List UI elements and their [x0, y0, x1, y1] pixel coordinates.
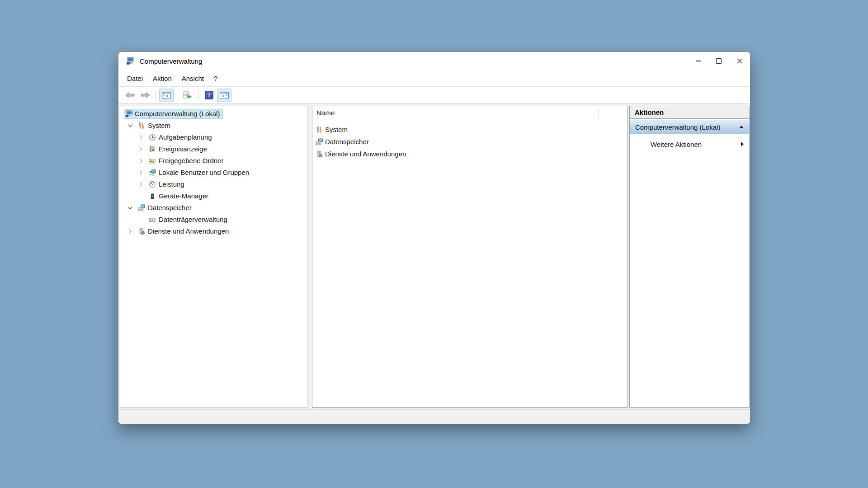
tree-item-label: Leistung — [159, 180, 186, 189]
more-actions-item[interactable]: Weitere Aktionen — [630, 138, 749, 150]
tree-item-dienste-und-anwendungen[interactable]: Dienste und Anwendungen — [120, 225, 307, 237]
maximize-icon — [716, 58, 722, 64]
tree-selection: Computerverwaltung (Lokal) — [124, 109, 223, 119]
toolbar-separator — [198, 90, 198, 100]
tree-item-datenspeicher[interactable]: Datenspeicher — [120, 202, 307, 214]
tree-item-label: Freigegebene Ordner — [159, 156, 225, 165]
menu-datei[interactable]: Datei — [122, 70, 148, 86]
collapse-icon[interactable] — [739, 126, 744, 128]
tree-item-label: Ereignisanzeige — [159, 145, 209, 154]
menu-bar: Datei Aktion Ansicht ? — [118, 70, 750, 87]
tree-item-leistung[interactable]: Leistung — [120, 178, 307, 190]
tools-icon — [315, 126, 323, 133]
tree-item-label: Lokale Benutzer und Gruppen — [159, 168, 251, 177]
show-action-pane-icon — [220, 92, 229, 99]
computer-icon — [125, 110, 133, 117]
chevron-collapsed-icon[interactable] — [127, 228, 137, 235]
column-divider[interactable] — [598, 107, 599, 119]
help-icon: ? — [205, 91, 213, 99]
window-titlebar[interactable]: Computerverwaltung — [118, 52, 750, 70]
forward-button[interactable] — [138, 89, 152, 102]
minimize-button[interactable] — [688, 52, 708, 70]
chevron-collapsed-icon[interactable] — [138, 181, 148, 188]
action-group-header[interactable]: Computerverwaltung (Lokal) — [630, 120, 749, 134]
toolbar: ? — [118, 87, 750, 104]
storage-icon — [137, 204, 146, 211]
tree-item-datentraegerverwaltung[interactable]: Datenträgerverwaltung — [120, 214, 307, 225]
console-tree-pane: Computerverwaltung (Lokal) — [120, 106, 307, 408]
window-title: Computerverwaltung — [140, 57, 202, 65]
column-header-name[interactable]: Name — [316, 109, 335, 117]
svg-text:?: ? — [208, 92, 211, 99]
chevron-collapsed-icon[interactable] — [138, 134, 148, 141]
computer-management-icon — [126, 57, 135, 65]
list-item-system[interactable]: System — [312, 123, 627, 136]
tree-item-label: Aufgabenplanung — [159, 133, 214, 142]
tree-item-freigegebene-ordner[interactable]: Freigegebene Ordner — [120, 155, 307, 167]
toolbar-separator — [156, 90, 156, 100]
tree-item-lokale-benutzer-und-gruppen[interactable]: Lokale Benutzer und Gruppen — [120, 167, 307, 178]
chevron-expanded-icon[interactable] — [127, 122, 137, 129]
tree-item-aufgabenplanung[interactable]: Aufgabenplanung — [120, 131, 307, 143]
close-icon — [737, 58, 742, 64]
chevron-expanded-icon[interactable] — [127, 204, 137, 211]
console-tree: Computerverwaltung (Lokal) — [120, 106, 307, 237]
help-button[interactable]: ? — [202, 89, 216, 102]
more-actions-label: Weitere Aktionen — [651, 141, 741, 148]
services-icon — [315, 150, 323, 158]
actions-pane-title: Aktionen — [630, 106, 749, 119]
list-item-datenspeicher[interactable]: Datenspeicher — [312, 136, 627, 148]
close-button[interactable] — [729, 52, 750, 70]
chevron-collapsed-icon[interactable] — [138, 169, 148, 176]
chevron-collapsed-icon[interactable] — [138, 157, 148, 164]
list-item-dienste-und-anwendungen[interactable]: Dienste und Anwendungen — [312, 148, 627, 160]
details-pane: Name System — [312, 106, 627, 408]
tree-item-ereignisanzeige[interactable]: Ereignisanzeige — [120, 143, 307, 155]
list-item-label: System — [325, 126, 348, 133]
back-icon — [125, 92, 135, 99]
tree-item-label: Geräte-Manager — [159, 192, 210, 201]
content-area: Computerverwaltung (Lokal) — [118, 104, 750, 409]
clock-icon — [148, 134, 156, 141]
action-group-label: Computerverwaltung (Lokal) — [635, 123, 739, 131]
flyout-arrow-icon — [741, 142, 744, 146]
tree-item-label: Datenträgerverwaltung — [159, 215, 229, 224]
users-icon — [148, 169, 156, 176]
show-console-tree-button[interactable] — [159, 89, 174, 102]
forward-icon — [141, 92, 150, 99]
maximize-button[interactable] — [708, 52, 729, 70]
menu-hilfe[interactable]: ? — [209, 70, 222, 86]
back-button[interactable] — [123, 89, 137, 102]
chevron-placeholder — [138, 192, 148, 200]
menu-aktion[interactable]: Aktion — [148, 70, 177, 86]
show-console-tree-icon — [162, 92, 171, 99]
export-list-button[interactable] — [180, 89, 195, 102]
minimize-icon — [696, 61, 701, 61]
list-item-label: Datenspeicher — [325, 138, 369, 145]
services-icon — [137, 228, 146, 235]
menu-ansicht[interactable]: Ansicht — [177, 70, 209, 86]
computer-management-window: Computerverwaltung Datei Aktion Ansicht … — [118, 52, 750, 424]
disk-icon — [148, 216, 156, 223]
gauge-icon — [148, 181, 156, 188]
tree-item-label: Computerverwaltung (Lokal) — [135, 109, 221, 118]
window-controls — [688, 52, 750, 70]
chevron-placeholder — [138, 216, 148, 223]
storage-icon — [315, 138, 323, 145]
shared-folder-icon — [148, 157, 156, 164]
tree-item-geraete-manager[interactable]: Geräte-Manager — [120, 190, 307, 202]
event-log-icon — [148, 145, 156, 153]
list-item-label: Dienste und Anwendungen — [325, 150, 406, 158]
tools-icon — [137, 122, 146, 129]
toolbar-separator — [177, 90, 177, 100]
chevron-collapsed-icon[interactable] — [138, 145, 148, 153]
device-icon — [148, 192, 156, 200]
tree-item-system[interactable]: System — [120, 120, 307, 131]
list-column-header-row: Name — [312, 106, 627, 123]
show-action-pane-button[interactable] — [217, 89, 231, 102]
export-list-icon — [183, 91, 192, 99]
tree-item-label: Datenspeicher — [148, 203, 193, 212]
tree-item-label: Dienste und Anwendungen — [148, 227, 231, 236]
tree-item-computerverwaltung-lokal[interactable]: Computerverwaltung (Lokal) — [120, 108, 307, 120]
status-bar — [118, 409, 750, 424]
